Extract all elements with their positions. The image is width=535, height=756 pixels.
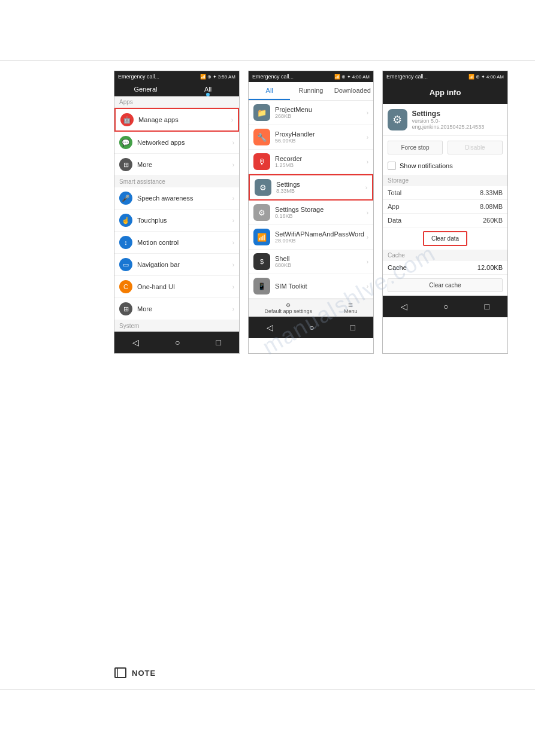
clear-cache-button[interactable]: Clear cache bbox=[388, 278, 503, 292]
status-carrier-2: Emergency call... bbox=[252, 74, 294, 80]
projectmenu-size: 268KB bbox=[275, 113, 367, 119]
proxyhandler-size: 56.00KB bbox=[275, 138, 367, 144]
force-stop-button[interactable]: Force stop bbox=[388, 141, 443, 154]
notifications-label: Show notifications bbox=[400, 162, 453, 169]
bt-icon-2: ✦ bbox=[347, 74, 351, 80]
simtoolkit-icon: 📱 bbox=[253, 278, 270, 294]
app-list-tabs: All Running Downloaded bbox=[249, 82, 373, 101]
back-btn-2[interactable]: ◁ bbox=[267, 323, 273, 332]
tab-running[interactable]: Running bbox=[290, 82, 331, 100]
note-section: NOTE bbox=[114, 667, 156, 678]
storage-row-total: Total 8.33MB bbox=[383, 186, 507, 200]
settings-storage-name: Settings Storage bbox=[275, 206, 367, 213]
back-btn-3[interactable]: ◁ bbox=[401, 302, 407, 311]
menu-item-manage-apps[interactable]: 🤖 Manage apps › bbox=[114, 108, 239, 132]
nav-tabs-1: General All bbox=[114, 82, 239, 96]
clear-data-button[interactable]: Clear data bbox=[423, 231, 467, 246]
signal-icon-1: 📶 bbox=[200, 74, 206, 80]
section-system: System bbox=[114, 320, 239, 332]
menu-item-touchplus[interactable]: ☝ Touchplus › bbox=[114, 210, 239, 232]
app-item-simtoolkit[interactable]: 📱 SIM Toolkit › bbox=[249, 274, 373, 299]
recent-btn-1[interactable]: □ bbox=[216, 338, 221, 347]
app-item-shell[interactable]: $ Shell 680KB › bbox=[249, 250, 373, 274]
menu-item-more-apps[interactable]: ⊞ More › bbox=[114, 154, 239, 176]
networked-apps-chevron: › bbox=[232, 139, 234, 146]
default-app-settings-btn[interactable]: ⚙ Default app settings bbox=[264, 302, 312, 314]
recent-btn-3[interactable]: □ bbox=[485, 302, 489, 311]
back-btn-1[interactable]: ◁ bbox=[132, 338, 139, 347]
app-info-header: App info bbox=[383, 82, 507, 104]
screen-app-list: Emergency call... 📶 ⊕ ✦ 4:00 AM All Runn… bbox=[248, 71, 374, 354]
networked-apps-label: Networked apps bbox=[137, 139, 232, 146]
proxyhandler-name: ProxyHandler bbox=[275, 130, 367, 138]
menu-item-motion[interactable]: ↕ Motion control › bbox=[114, 232, 239, 254]
settings-name: Settings bbox=[276, 181, 365, 188]
wifi-icon-2: ⊕ bbox=[341, 74, 346, 80]
app-label: App bbox=[388, 203, 400, 210]
cache-header: Cache bbox=[383, 250, 507, 261]
bottom-nav-1: ◁ ○ □ bbox=[114, 332, 239, 353]
wifi-icon-1: ⊕ bbox=[207, 74, 211, 80]
recent-btn-2[interactable]: □ bbox=[350, 323, 355, 332]
motion-label: Motion control bbox=[137, 239, 232, 246]
home-btn-1[interactable]: ○ bbox=[175, 338, 180, 347]
more-apps-chevron: › bbox=[232, 162, 234, 168]
note-label: NOTE bbox=[132, 669, 156, 678]
shell-size: 680KB bbox=[275, 262, 367, 268]
menu-btn[interactable]: ☰ Menu bbox=[344, 302, 358, 314]
home-btn-2[interactable]: ○ bbox=[309, 323, 314, 332]
shell-info: Shell 680KB bbox=[275, 255, 367, 268]
bottom-toolbar-2: ⚙ Default app settings ☰ Menu bbox=[249, 299, 373, 317]
touchplus-icon: ☝ bbox=[119, 214, 132, 227]
setwifi-size: 28.00KB bbox=[275, 238, 367, 244]
settings-icon: ⚙ bbox=[255, 179, 271, 196]
proxyhandler-icon: 🔧 bbox=[253, 129, 270, 145]
tab-downloaded[interactable]: Downloaded bbox=[332, 82, 373, 100]
bt-icon-1: ✦ bbox=[213, 74, 217, 80]
storage-section: Storage Total 8.33MB App 8.08MB Data 260… bbox=[383, 175, 507, 250]
settings-detail: ⚙ Settings version 5.0-eng.jenkins.20150… bbox=[383, 104, 507, 136]
svg-rect-0 bbox=[115, 668, 126, 678]
speech-chevron: › bbox=[232, 195, 234, 202]
menu-item-more-smart[interactable]: ⊞ More › bbox=[114, 298, 239, 320]
cache-value: 12.00KB bbox=[477, 264, 503, 271]
tab-all-apps[interactable]: All bbox=[249, 82, 290, 100]
app-item-proxyhandler[interactable]: 🔧 ProxyHandler 56.00KB › bbox=[249, 125, 373, 150]
data-value: 260KB bbox=[483, 217, 503, 224]
app-info-title: App info bbox=[430, 88, 461, 97]
data-label: Data bbox=[388, 217, 401, 224]
manage-apps-label: Manage apps bbox=[138, 116, 231, 123]
proxyhandler-info: ProxyHandler 56.00KB bbox=[275, 130, 367, 144]
storage-row-data: Data 260KB bbox=[383, 214, 507, 227]
menu-item-networked-apps[interactable]: 💬 Networked apps › bbox=[114, 132, 239, 154]
menu-item-speech[interactable]: 🎤 Speech awareness › bbox=[114, 187, 239, 210]
recorder-name: Recorder bbox=[275, 155, 367, 162]
section-apps: Apps bbox=[114, 96, 239, 108]
setwifi-info: SetWifiAPNameAndPassWord 28.00KB bbox=[275, 230, 367, 244]
app-item-settings-storage[interactable]: ⚙ Settings Storage 0.16KB › bbox=[249, 201, 373, 225]
menu-item-navbar[interactable]: ▭ Navigation bar › bbox=[114, 254, 239, 276]
app-item-settings[interactable]: ⚙ Settings 8.33MB › bbox=[249, 174, 373, 201]
settings-size: 8.33MB bbox=[276, 188, 365, 194]
total-value: 8.33MB bbox=[480, 189, 503, 196]
status-icons-2: 📶 ⊕ ✦ 4:00 AM bbox=[334, 74, 370, 80]
bt-icon-3: ✦ bbox=[481, 74, 485, 80]
settings-info: Settings 8.33MB bbox=[276, 181, 365, 194]
tab-all[interactable]: All bbox=[177, 82, 239, 96]
notifications-checkbox[interactable] bbox=[388, 162, 396, 170]
screenshots-container: Emergency call... 📶 ⊕ ✦ 3:59 AM General … bbox=[114, 71, 508, 354]
shell-name: Shell bbox=[275, 255, 367, 262]
disable-button[interactable]: Disable bbox=[448, 141, 503, 154]
menu-item-onehand[interactable]: C One-hand UI › bbox=[114, 276, 239, 298]
proxyhandler-chevron: › bbox=[367, 134, 368, 141]
wifi-icon-3: ⊕ bbox=[476, 74, 480, 80]
app-item-setwifi[interactable]: 📶 SetWifiAPNameAndPassWord 28.00KB › bbox=[249, 225, 373, 250]
tab-general[interactable]: General bbox=[114, 82, 177, 96]
more-smart-label: More bbox=[137, 305, 232, 312]
app-item-projectmenu[interactable]: 📁 ProjectMenu 268KB › bbox=[249, 101, 373, 125]
app-item-recorder[interactable]: 🎙 Recorder 1.25MB › bbox=[249, 150, 373, 174]
bottom-border bbox=[0, 690, 535, 690]
home-btn-3[interactable]: ○ bbox=[443, 302, 448, 311]
status-bar-3: Emergency call... 📶 ⊕ ✦ 4:00 AM bbox=[383, 71, 507, 82]
signal-icon-3: 📶 bbox=[468, 74, 474, 80]
